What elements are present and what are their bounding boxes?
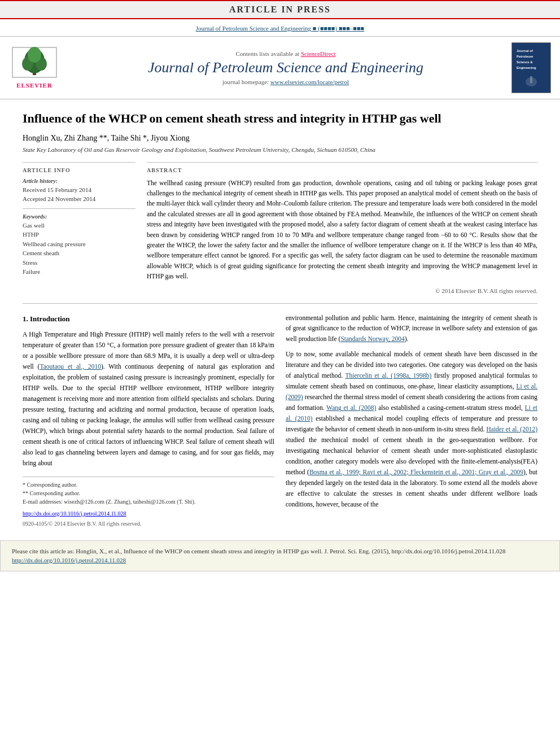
sciencedirect-link[interactable]: ScienceDirect (301, 50, 336, 57)
abstract-text: The wellhead casing pressure (WHCP) resu… (147, 178, 537, 282)
received-date: Received 15 February 2014 (23, 185, 135, 195)
ref-standards-norway[interactable]: Standards Norway, 2004 (340, 335, 404, 342)
main-content: Influence of the WHCP on cement sheath s… (0, 99, 560, 535)
ref-thiercelin[interactable]: Thiercelin et al. (1998a, 1998b) (345, 372, 432, 379)
body-divider (23, 303, 537, 304)
journal-header: ELSEVIER Contents lists available at Sci… (0, 36, 560, 99)
citation-doi-link[interactable]: http://dx.doi.org/10.1016/j.petrol.2014.… (12, 557, 126, 563)
abstract-title: ABSTRACT (147, 167, 537, 173)
journal-link[interactable]: Journal of Petroleum Science and Enginee… (196, 25, 365, 32)
info-divider (23, 208, 135, 209)
doi-link: http://dx.doi.org/10.1016/j.petrol.2014.… (23, 509, 274, 519)
ref-li-2010[interactable]: Li et al. (2010) (286, 404, 537, 422)
abstract-panel: ABSTRACT The wellhead casing pressure (W… (147, 162, 537, 294)
svg-text:Petroleum: Petroleum (517, 55, 533, 58)
svg-point-6 (28, 47, 41, 63)
svg-text:Journal of: Journal of (517, 49, 533, 53)
article-in-press-banner: ARTICLE IN PRESS (0, 0, 560, 19)
contents-line: Contents lists available at ScienceDirec… (65, 50, 506, 57)
intro-heading: 1. Introduction (23, 313, 274, 325)
homepage-line: journal homepage: www.elsevier.com/locat… (65, 78, 506, 85)
journal-cover-thumbnail: Journal of Petroleum Science & Engineeri… (511, 42, 551, 93)
keyword-1: Gas well (23, 221, 135, 230)
footnote-1: * Corresponding author. (23, 480, 274, 489)
ref-haider-2012[interactable]: Haider et al. (2012) (487, 426, 538, 433)
history-label: Article history: (23, 178, 135, 184)
body-right-col: environmental pollution and public harm.… (286, 313, 537, 529)
body-columns: 1. Introduction A High Temperature and H… (23, 313, 537, 529)
ref-li-2009[interactable]: Li et al. (2009) (286, 383, 537, 400)
footnote-2: ** Corresponding author. (23, 489, 274, 497)
article-info-panel: ARTICLE INFO Article history: Received 1… (23, 162, 135, 294)
affiliation: State Key Laboratory of Oil and Gas Rese… (23, 146, 537, 153)
doi-anchor[interactable]: http://dx.doi.org/10.1016/j.petrol.2014.… (23, 510, 126, 517)
keyword-3: Wellhead casing pressure (23, 239, 135, 249)
article-title: Influence of the WHCP on cement sheath s… (23, 111, 537, 127)
svg-text:Science &: Science & (517, 60, 533, 64)
body-left-col: 1. Introduction A High Temperature and H… (23, 313, 274, 529)
footnotes: * Corresponding author. ** Corresponding… (23, 477, 274, 506)
doi-copyright: 0920-4105/© 2014 Elsevier B.V. All right… (23, 519, 274, 529)
keyword-6: Failure (23, 267, 135, 277)
svg-text:Engineering: Engineering (517, 66, 536, 69)
journal-center: Contents lists available at ScienceDirec… (65, 50, 506, 85)
accepted-date: Accepted 24 November 2014 (23, 194, 135, 204)
keywords-label: Keywords: (23, 213, 135, 220)
abstract-copyright: © 2014 Elsevier B.V. All rights reserved… (147, 287, 537, 294)
elsevier-logo: ELSEVIER (9, 47, 60, 89)
ref-wang-2008[interactable]: Wang et al. (2008) (326, 404, 376, 411)
right-para-2: Up to now, some available mechanical mod… (286, 349, 537, 510)
keyword-4: Cement sheath (23, 248, 135, 258)
homepage-link[interactable]: www.elsevier.com/locate/petrol (270, 78, 349, 85)
footnote-email: E-mail addresses: wisezh@126.com (Z. Zha… (23, 497, 274, 506)
info-abstract-section: ARTICLE INFO Article history: Received 1… (23, 162, 537, 294)
svg-rect-13 (530, 76, 532, 83)
journal-title: Journal of Petroleum Science and Enginee… (65, 59, 506, 76)
elsevier-label: ELSEVIER (16, 82, 53, 89)
authors-line: Honglin Xu, Zhi Zhang **, Taihe Shi *, J… (23, 134, 537, 143)
keyword-5: Stress (23, 258, 135, 268)
ref-taoutaou[interactable]: Taoutaou et al., 2010 (40, 363, 100, 370)
right-para-1: environmental pollution and public harm.… (286, 313, 537, 345)
keyword-2: HTHP (23, 230, 135, 239)
intro-paragraph-1: A High Temperature and High Pressure (HT… (23, 329, 274, 469)
citation-bar: Please cite this article as: Honglin, X.… (0, 540, 560, 571)
ref-bosma[interactable]: Bosma et al., 1999; Ravi et al., 2002; F… (309, 469, 523, 475)
journal-link-bar: Journal of Petroleum Science and Enginee… (0, 23, 560, 36)
article-info-title: ARTICLE INFO (23, 167, 135, 173)
